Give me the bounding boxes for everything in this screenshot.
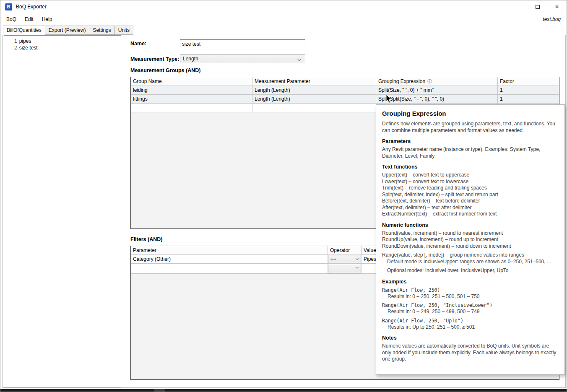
filters-heading: Filters (AND)	[130, 236, 162, 242]
text-function-item: Lower(text) – convert text to lowercase	[382, 179, 559, 185]
text-function-item: Upper(text) – convert text to uppercase	[382, 172, 559, 179]
tooltip-examples-heading: Examples	[382, 279, 559, 285]
tooltip-intro: Defines how elements are grouped using p…	[382, 121, 559, 134]
menu-bar: BoQ Edit Help test.boq	[0, 13, 567, 26]
measurement-parameter-cell[interactable]: Length (Length)	[252, 95, 376, 103]
col-group-name[interactable]: Group Name	[131, 77, 252, 86]
tooltip-text-functions-heading: Text functions	[382, 164, 559, 170]
info-icon[interactable]: ⓘ	[427, 78, 432, 85]
text-function-item: ExtractNumber(text) – extract first numb…	[382, 211, 559, 218]
tooltip-notes-text: Numeric values are automatically convert…	[382, 343, 559, 363]
grouping-expression-cell[interactable]: Split(Split(Size, " - ", 0), " ", 0)	[376, 95, 498, 103]
filter-parameter-cell[interactable]: Category (Other)	[131, 255, 328, 263]
mouse-cursor	[386, 95, 392, 104]
example-code: Range(Air Flow, 250, "UpTo")	[382, 317, 559, 324]
col-measurement-parameter[interactable]: Measurement Parameter	[252, 77, 376, 86]
numeric-function-item: Round(value, increment) – round to neare…	[382, 230, 559, 237]
taskbar-app-indicator[interactable]	[154, 389, 165, 392]
example-result: Results in: Up to 250, 251 – 500, ≥ 501	[382, 324, 559, 331]
operator-select[interactable]: ==	[328, 255, 361, 263]
groups-grid-header: Group Name Measurement Parameter Groupin…	[131, 77, 559, 86]
col-parameter[interactable]: Parameter	[131, 246, 328, 254]
boq-item-label: pipes	[19, 38, 31, 44]
menu-boq[interactable]: BoQ	[2, 15, 21, 24]
boq-item-index: 1	[14, 38, 17, 44]
text-function-item: After(text, delimiter) – text after deli…	[382, 205, 559, 211]
boq-item-size-test[interactable]: 2size test	[4, 44, 121, 51]
grouping-expression-cell[interactable]: Split(Size, " ", 0) + " mm"	[376, 86, 498, 94]
minimize-icon	[516, 7, 520, 7]
current-file-label: test.boq	[543, 16, 561, 22]
close-icon: ✕	[555, 4, 559, 10]
tab-units[interactable]: Units	[114, 26, 133, 35]
title-bar: B BoQ Exporter ✕	[0, 0, 567, 13]
app-window: B BoQ Exporter ✕ BoQ Edit Help test.boq …	[0, 0, 567, 392]
range-note: Optional modes: InclusiveLower, Inclusiv…	[382, 267, 559, 274]
caption-buttons: ✕	[509, 0, 567, 13]
text-function-item: Before(text, delimiter) – text before de…	[382, 198, 559, 205]
numeric-function-item: RoundUp(value, increment) – round up to …	[382, 236, 559, 243]
group-name-cell[interactable]: leiding	[131, 86, 252, 94]
app-icon: B	[5, 3, 12, 10]
range-note: Default mode is InclusiveUpper: ranges a…	[382, 259, 559, 265]
measurement-type-select[interactable]: Length	[180, 54, 305, 63]
tooltip-numeric-functions-heading: Numeric functions	[382, 222, 559, 228]
col-grouping-expression[interactable]: Grouping Expression ⓘ	[376, 77, 498, 86]
tooltip-parameters-text: Any Revit parameter name (instance or ty…	[382, 146, 559, 159]
boq-list-panel: 1pipes 2size test	[4, 35, 121, 387]
text-function-item: Split(text, delimiter, index) – split te…	[382, 192, 559, 198]
filter-operator-cell: ==	[328, 255, 362, 263]
close-button[interactable]: ✕	[547, 0, 567, 13]
name-label: Name:	[130, 41, 146, 47]
numeric-function-item: RoundDown(value, increment) – round down…	[382, 243, 559, 250]
boq-item-index: 2	[14, 45, 17, 51]
factor-cell[interactable]: 1	[498, 86, 559, 94]
filter-parameter-cell-empty[interactable]	[131, 264, 328, 273]
maximize-icon	[536, 5, 540, 9]
group-row-leiding: leiding Length (Length) Split(Size, " ",…	[131, 86, 559, 95]
group-row-fittings: fittings Length (Length) Split(Split(Siz…	[131, 95, 559, 104]
tooltip-title: Grouping Expression	[382, 110, 559, 117]
taskbar-sliver	[0, 389, 567, 392]
example-code: Range(Air Flow, 250)	[382, 287, 559, 293]
col-factor[interactable]: Factor	[498, 77, 559, 86]
grouping-expression-tooltip: Grouping Expression Defines how elements…	[376, 104, 565, 375]
chevron-down-icon	[297, 57, 302, 61]
tab-export-preview[interactable]: Export (Preview)	[45, 26, 90, 35]
window-title: BoQ Exporter	[16, 4, 47, 10]
measurement-type-value: Length	[183, 56, 198, 62]
boq-item-pipes[interactable]: 1pipes	[4, 38, 121, 44]
tab-bar: BillOfQuantities Export (Preview) Settin…	[3, 26, 133, 35]
factor-cell[interactable]: 1	[498, 95, 559, 103]
example-code: Range(Air Flow, 250, "InclusiveLower")	[382, 302, 559, 309]
filter-operator-cell-empty	[328, 264, 362, 273]
col-grouping-expression-label: Grouping Expression	[378, 78, 425, 84]
menu-help[interactable]: Help	[38, 15, 57, 24]
minimize-button[interactable]	[509, 0, 528, 13]
text-function-item: Trim(text) – remove leading and trailing…	[382, 185, 559, 192]
tab-settings[interactable]: Settings	[89, 26, 114, 35]
tooltip-parameters-heading: Parameters	[382, 138, 559, 144]
range-function-line: Range(value, step [, mode]) – group nume…	[382, 252, 559, 259]
name-input[interactable]	[180, 39, 305, 48]
measurement-type-label: Measurement Type:	[130, 56, 179, 62]
example-result: Results in: 0 – 249, 250 – 499, 500 – 74…	[382, 309, 559, 315]
measurement-parameter-cell[interactable]: Length (Length)	[252, 86, 376, 94]
chevron-down-icon	[356, 257, 359, 260]
col-operator[interactable]: Operator	[328, 246, 362, 254]
measurement-groups-heading: Measurement Groups (AND)	[130, 67, 200, 73]
operator-select-empty[interactable]	[328, 264, 361, 273]
tooltip-notes-heading: Notes	[382, 335, 559, 341]
measurement-parameter-cell-empty[interactable]	[252, 104, 376, 112]
maximize-button[interactable]	[528, 0, 547, 13]
menu-edit[interactable]: Edit	[21, 15, 38, 24]
operator-value: ==	[330, 256, 336, 262]
group-name-cell[interactable]: fittings	[131, 95, 252, 103]
chevron-down-icon	[356, 266, 359, 269]
boq-item-label: size test	[19, 45, 38, 51]
group-name-cell-empty[interactable]	[131, 104, 252, 112]
tab-billofquantities[interactable]: BillOfQuantities	[3, 26, 45, 35]
example-result: Results in: 0 – 250, 251 – 500, 501 – 75…	[382, 293, 559, 300]
